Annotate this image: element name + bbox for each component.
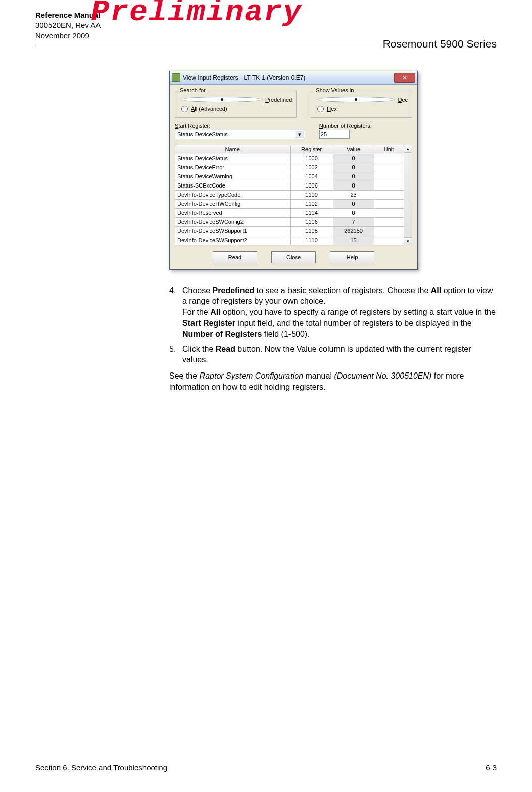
step-4: 4. Choose Predefined to see a basic sele… [169,285,498,340]
product-series: Rosemount 5900 Series [383,38,497,50]
search-for-legend: Search for [178,87,207,94]
col-unit[interactable]: Unit [374,145,404,154]
start-register-select[interactable]: Status-DeviceStatus ▾ [175,130,305,139]
cell-register: 1104 [290,208,333,217]
cell-unit [374,190,404,199]
radio-hex[interactable]: Hex [317,106,408,112]
cell-unit [374,208,404,217]
reference-paragraph: See the Raptor System Configuration manu… [169,370,498,392]
table-row[interactable]: DevInfo-DeviceSWConfig211067 [175,217,404,226]
cell-register: 1000 [290,154,333,163]
cell-value: 0 [333,172,374,181]
window-icon [172,73,180,82]
col-register[interactable]: Register [290,145,333,154]
table-row[interactable]: Status-DeviceWarning10040 [175,172,404,181]
radio-dec[interactable]: Dec [317,97,408,103]
cell-register: 1108 [290,226,333,236]
radio-all[interactable]: All (Advanced) [181,106,292,112]
cell-register: 1110 [290,236,333,245]
cell-register: 1102 [290,199,333,208]
instruction-text: 4. Choose Predefined to see a basic sele… [169,285,498,392]
cell-name: DevInfo-DeviceSWSupport2 [175,236,291,245]
cell-value: 0 [333,181,374,190]
cell-unit [374,172,404,181]
number-of-registers-input[interactable] [319,130,350,139]
cell-name: Status-DeviceError [175,163,291,172]
dialog-title: View Input Registers - LT-TK-1 (Version … [183,74,394,81]
table-row[interactable]: DevInfo-Reserved11040 [175,208,404,217]
cell-unit [374,199,404,208]
close-icon[interactable]: ✕ [394,73,415,83]
show-values-legend: Show Values in [314,87,355,94]
view-input-registers-dialog: View Input Registers - LT-TK-1 (Version … [169,71,418,270]
cell-value: 7 [333,217,374,226]
cell-value: 0 [333,199,374,208]
cell-value: 15 [333,236,374,245]
radio-icon [181,106,188,112]
watermark-preliminary: Preliminary [91,0,302,29]
cell-unit [374,226,404,236]
cell-unit [374,181,404,190]
radio-predefined[interactable]: Predefined [181,97,292,103]
scroll-up-icon[interactable]: ▴ [404,145,412,153]
cell-register: 1100 [290,190,333,199]
show-values-group: Show Values in Dec Hex [311,91,412,118]
table-row[interactable]: Status-SCExcCode10060 [175,181,404,190]
cell-name: DevInfo-Reserved [175,208,291,217]
radio-icon [317,97,395,102]
chevron-down-icon: ▾ [296,131,304,138]
cell-register: 1002 [290,163,333,172]
cell-unit [374,163,404,172]
cell-register: 1006 [290,181,333,190]
search-for-group: Search for Predefined All (Advanced) [175,91,297,118]
scroll-down-icon[interactable]: ▾ [404,237,412,245]
cell-name: DevInfo-DeviceTypeCode [175,190,291,199]
help-button[interactable]: Help [330,251,374,263]
radio-icon [181,97,262,102]
table-row[interactable]: DevInfo-DeviceSWSupport2111015 [175,236,404,245]
read-button[interactable]: Read [213,251,257,263]
number-of-registers-label: Number of Registers: [319,123,412,129]
table-row[interactable]: DevInfo-DeviceSWSupport11108262150 [175,226,404,236]
table-row[interactable]: DevInfo-DeviceHWConfig11020 [175,199,404,208]
table-row[interactable]: Status-DeviceError10020 [175,163,404,172]
table-row[interactable]: DevInfo-DeviceTypeCode110023 [175,190,404,199]
scrollbar[interactable]: ▴ ▾ [404,145,412,245]
cell-value: 0 [333,154,374,163]
cell-unit [374,154,404,163]
registers-table: Name Register Value Unit Status-DeviceSt… [175,145,404,245]
cell-name: Status-DeviceWarning [175,172,291,181]
cell-register: 1106 [290,217,333,226]
step-5: 5. Click the Read button. Now the Value … [169,344,498,365]
footer-section: Section 6. Service and Troubleshooting [35,763,167,772]
cell-unit [374,217,404,226]
cell-name: DevInfo-DeviceHWConfig [175,199,291,208]
radio-icon [317,106,324,112]
cell-register: 1004 [290,172,333,181]
cell-value: 23 [333,190,374,199]
dialog-titlebar[interactable]: View Input Registers - LT-TK-1 (Version … [170,71,417,85]
close-button[interactable]: Close [271,251,316,263]
table-row[interactable]: Status-DeviceStatus10000 [175,154,404,163]
start-register-label: Start Register: [175,123,305,129]
col-name[interactable]: Name [175,145,291,154]
cell-value: 262150 [333,226,374,236]
cell-name: Status-DeviceStatus [175,154,291,163]
footer-page: 6-3 [486,763,497,772]
cell-value: 0 [333,163,374,172]
cell-name: DevInfo-DeviceSWSupport1 [175,226,291,236]
cell-value: 0 [333,208,374,217]
dialog-figure: View Input Registers - LT-TK-1 (Version … [169,71,498,270]
cell-name: DevInfo-DeviceSWConfig2 [175,217,291,226]
cell-name: Status-SCExcCode [175,181,291,190]
col-value[interactable]: Value [333,145,374,154]
cell-unit [374,236,404,245]
